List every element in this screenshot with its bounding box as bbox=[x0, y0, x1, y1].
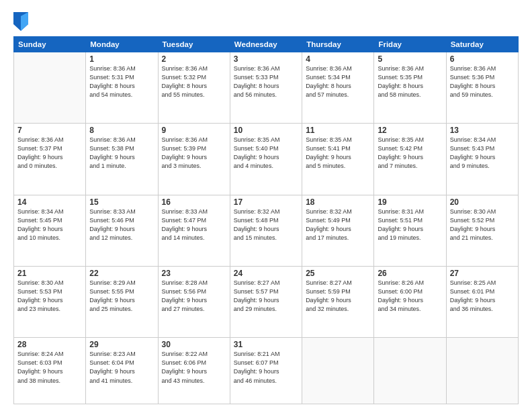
calendar-header-saturday: Saturday bbox=[446, 37, 518, 52]
calendar-cell: 10Sunrise: 8:35 AM Sunset: 5:40 PM Dayli… bbox=[230, 124, 302, 195]
day-number: 15 bbox=[89, 197, 154, 207]
calendar-cell: 9Sunrise: 8:36 AM Sunset: 5:39 PM Daylig… bbox=[158, 124, 230, 195]
day-number: 17 bbox=[234, 197, 298, 207]
day-info: Sunrise: 8:23 AM Sunset: 6:04 PM Dayligh… bbox=[89, 350, 154, 385]
calendar-cell: 1Sunrise: 8:36 AM Sunset: 5:31 PM Daylig… bbox=[86, 52, 158, 124]
calendar-cell bbox=[374, 338, 446, 404]
calendar-cell: 18Sunrise: 8:32 AM Sunset: 5:49 PM Dayli… bbox=[302, 195, 374, 266]
day-number: 11 bbox=[306, 126, 370, 135]
calendar-cell: 14Sunrise: 8:34 AM Sunset: 5:45 PM Dayli… bbox=[14, 195, 86, 266]
day-info: Sunrise: 8:35 AM Sunset: 5:40 PM Dayligh… bbox=[234, 136, 298, 171]
day-number: 21 bbox=[17, 269, 82, 278]
day-info: Sunrise: 8:36 AM Sunset: 5:38 PM Dayligh… bbox=[89, 136, 154, 171]
day-info: Sunrise: 8:24 AM Sunset: 6:03 PM Dayligh… bbox=[17, 350, 82, 385]
calendar-cell: 22Sunrise: 8:29 AM Sunset: 5:55 PM Dayli… bbox=[86, 267, 158, 338]
day-number: 10 bbox=[234, 126, 298, 135]
day-info: Sunrise: 8:27 AM Sunset: 5:57 PM Dayligh… bbox=[234, 279, 298, 314]
day-number: 20 bbox=[450, 197, 515, 207]
day-info: Sunrise: 8:34 AM Sunset: 5:45 PM Dayligh… bbox=[17, 208, 82, 242]
calendar-header-thursday: Thursday bbox=[302, 37, 374, 52]
calendar-cell: 8Sunrise: 8:36 AM Sunset: 5:38 PM Daylig… bbox=[86, 124, 158, 195]
calendar-cell: 16Sunrise: 8:33 AM Sunset: 5:47 PM Dayli… bbox=[158, 195, 230, 266]
calendar-cell: 23Sunrise: 8:28 AM Sunset: 5:56 PM Dayli… bbox=[158, 267, 230, 338]
calendar-cell: 4Sunrise: 8:36 AM Sunset: 5:34 PM Daylig… bbox=[302, 52, 374, 124]
page: SundayMondayTuesdayWednesdayThursdayFrid… bbox=[0, 0, 532, 411]
calendar-cell: 12Sunrise: 8:35 AM Sunset: 5:42 PM Dayli… bbox=[374, 124, 446, 195]
day-info: Sunrise: 8:35 AM Sunset: 5:42 PM Dayligh… bbox=[378, 136, 442, 171]
calendar-cell: 19Sunrise: 8:31 AM Sunset: 5:51 PM Dayli… bbox=[374, 195, 446, 266]
day-info: Sunrise: 8:32 AM Sunset: 5:48 PM Dayligh… bbox=[234, 208, 298, 242]
week-row-4: 21Sunrise: 8:30 AM Sunset: 5:53 PM Dayli… bbox=[14, 267, 519, 338]
calendar-cell bbox=[14, 52, 86, 124]
day-number: 22 bbox=[89, 269, 154, 278]
week-row-1: 1Sunrise: 8:36 AM Sunset: 5:31 PM Daylig… bbox=[14, 52, 519, 124]
day-number: 29 bbox=[89, 340, 154, 349]
day-info: Sunrise: 8:29 AM Sunset: 5:55 PM Dayligh… bbox=[89, 279, 154, 314]
day-number: 31 bbox=[234, 340, 298, 349]
day-info: Sunrise: 8:35 AM Sunset: 5:41 PM Dayligh… bbox=[306, 136, 370, 171]
day-number: 16 bbox=[162, 197, 226, 207]
calendar-cell: 29Sunrise: 8:23 AM Sunset: 6:04 PM Dayli… bbox=[86, 338, 158, 404]
calendar-header-friday: Friday bbox=[374, 37, 446, 52]
day-info: Sunrise: 8:22 AM Sunset: 6:06 PM Dayligh… bbox=[162, 350, 226, 385]
calendar-cell: 3Sunrise: 8:36 AM Sunset: 5:33 PM Daylig… bbox=[230, 52, 302, 124]
day-info: Sunrise: 8:32 AM Sunset: 5:49 PM Dayligh… bbox=[306, 208, 370, 242]
calendar-header-tuesday: Tuesday bbox=[158, 37, 230, 52]
day-number: 14 bbox=[17, 197, 82, 207]
day-number: 5 bbox=[378, 54, 442, 64]
day-info: Sunrise: 8:36 AM Sunset: 5:34 PM Dayligh… bbox=[306, 64, 370, 99]
calendar-cell: 17Sunrise: 8:32 AM Sunset: 5:48 PM Dayli… bbox=[230, 195, 302, 266]
day-info: Sunrise: 8:33 AM Sunset: 5:46 PM Dayligh… bbox=[89, 208, 154, 242]
day-info: Sunrise: 8:30 AM Sunset: 5:53 PM Dayligh… bbox=[17, 279, 82, 314]
logo bbox=[13, 12, 31, 31]
calendar-header-wednesday: Wednesday bbox=[230, 37, 302, 52]
day-info: Sunrise: 8:36 AM Sunset: 5:33 PM Dayligh… bbox=[234, 64, 298, 99]
day-number: 13 bbox=[450, 126, 515, 135]
day-info: Sunrise: 8:26 AM Sunset: 6:00 PM Dayligh… bbox=[378, 279, 442, 314]
day-info: Sunrise: 8:36 AM Sunset: 5:36 PM Dayligh… bbox=[450, 64, 515, 99]
calendar-cell: 31Sunrise: 8:21 AM Sunset: 6:07 PM Dayli… bbox=[230, 338, 302, 404]
day-number: 7 bbox=[17, 126, 82, 135]
calendar-cell: 26Sunrise: 8:26 AM Sunset: 6:00 PM Dayli… bbox=[374, 267, 446, 338]
calendar-cell: 21Sunrise: 8:30 AM Sunset: 5:53 PM Dayli… bbox=[14, 267, 86, 338]
logo-icon bbox=[13, 12, 28, 31]
day-number: 4 bbox=[306, 54, 370, 64]
day-number: 2 bbox=[162, 54, 226, 64]
day-info: Sunrise: 8:36 AM Sunset: 5:39 PM Dayligh… bbox=[162, 136, 226, 171]
calendar-cell: 5Sunrise: 8:36 AM Sunset: 5:35 PM Daylig… bbox=[374, 52, 446, 124]
day-number: 27 bbox=[450, 269, 515, 278]
day-info: Sunrise: 8:36 AM Sunset: 5:31 PM Dayligh… bbox=[89, 64, 154, 99]
day-number: 9 bbox=[162, 126, 226, 135]
day-number: 6 bbox=[450, 54, 515, 64]
day-info: Sunrise: 8:36 AM Sunset: 5:35 PM Dayligh… bbox=[378, 64, 442, 99]
calendar-cell: 11Sunrise: 8:35 AM Sunset: 5:41 PM Dayli… bbox=[302, 124, 374, 195]
day-number: 23 bbox=[162, 269, 226, 278]
header bbox=[13, 12, 519, 31]
calendar-cell: 28Sunrise: 8:24 AM Sunset: 6:03 PM Dayli… bbox=[14, 338, 86, 404]
day-number: 8 bbox=[89, 126, 154, 135]
calendar-cell bbox=[302, 338, 374, 404]
day-info: Sunrise: 8:30 AM Sunset: 5:52 PM Dayligh… bbox=[450, 208, 515, 242]
calendar-cell: 30Sunrise: 8:22 AM Sunset: 6:06 PM Dayli… bbox=[158, 338, 230, 404]
calendar-cell: 2Sunrise: 8:36 AM Sunset: 5:32 PM Daylig… bbox=[158, 52, 230, 124]
calendar-cell bbox=[446, 338, 518, 404]
day-number: 1 bbox=[89, 54, 154, 64]
day-info: Sunrise: 8:34 AM Sunset: 5:43 PM Dayligh… bbox=[450, 136, 515, 171]
day-info: Sunrise: 8:36 AM Sunset: 5:32 PM Dayligh… bbox=[162, 64, 226, 99]
calendar-cell: 13Sunrise: 8:34 AM Sunset: 5:43 PM Dayli… bbox=[446, 124, 518, 195]
day-info: Sunrise: 8:36 AM Sunset: 5:37 PM Dayligh… bbox=[17, 136, 82, 171]
calendar-cell: 20Sunrise: 8:30 AM Sunset: 5:52 PM Dayli… bbox=[446, 195, 518, 266]
day-number: 26 bbox=[378, 269, 442, 278]
day-info: Sunrise: 8:31 AM Sunset: 5:51 PM Dayligh… bbox=[378, 208, 442, 242]
calendar-header-row: SundayMondayTuesdayWednesdayThursdayFrid… bbox=[14, 37, 519, 52]
week-row-2: 7Sunrise: 8:36 AM Sunset: 5:37 PM Daylig… bbox=[14, 124, 519, 195]
day-info: Sunrise: 8:21 AM Sunset: 6:07 PM Dayligh… bbox=[234, 350, 298, 385]
calendar-cell: 24Sunrise: 8:27 AM Sunset: 5:57 PM Dayli… bbox=[230, 267, 302, 338]
day-info: Sunrise: 8:25 AM Sunset: 6:01 PM Dayligh… bbox=[450, 279, 515, 314]
calendar-cell: 7Sunrise: 8:36 AM Sunset: 5:37 PM Daylig… bbox=[14, 124, 86, 195]
week-row-3: 14Sunrise: 8:34 AM Sunset: 5:45 PM Dayli… bbox=[14, 195, 519, 266]
day-number: 25 bbox=[306, 269, 370, 278]
calendar-cell: 25Sunrise: 8:27 AM Sunset: 5:59 PM Dayli… bbox=[302, 267, 374, 338]
day-number: 28 bbox=[17, 340, 82, 349]
day-number: 24 bbox=[234, 269, 298, 278]
